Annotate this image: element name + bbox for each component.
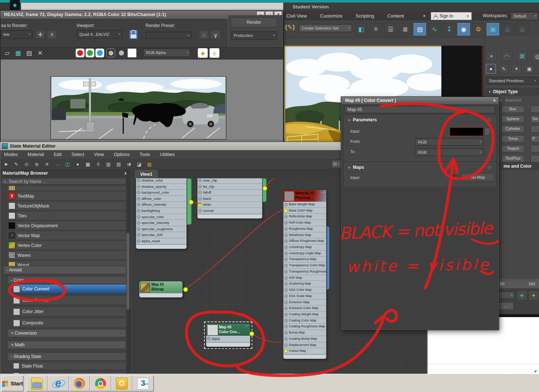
- cameras-icon[interactable]: ▣: [524, 64, 534, 73]
- uber-output-dot[interactable]: [189, 200, 193, 205]
- material-map-slot[interactable]: Anisotropy Angle Map: [283, 251, 326, 257]
- browser-header[interactable]: Material/Map Browser x: [0, 170, 130, 177]
- map-list-item[interactable]: Vertex Color: [8, 241, 126, 250]
- scene-explorer-icon[interactable]: ☰: [384, 23, 397, 35]
- map3-header[interactable]: Map #3 Bitmap: [139, 281, 182, 293]
- primitive-button-clipped[interactable]: [531, 106, 539, 113]
- select-tool-icon[interactable]: ➤: [2, 160, 10, 168]
- material-node-header[interactable]: Material #1 Physical... —: [283, 190, 326, 202]
- white-window-anchor-icon[interactable]: ▫: [509, 370, 510, 373]
- material-map-slot[interactable]: SSS Scale Map: [283, 293, 326, 300]
- lights-icon[interactable]: ✦: [512, 64, 521, 73]
- arnold-group-header[interactable]: - Arnold: [3, 266, 126, 274]
- mono-channel-button[interactable]: [106, 49, 115, 57]
- node-input-slot[interactable]: black: [197, 196, 262, 202]
- arnold-color-item[interactable]: Color Jitter: [12, 307, 126, 317]
- hide-unused-slots-icon[interactable]: ◫: [63, 160, 72, 168]
- timeline-dropdown[interactable]: [497, 291, 515, 299]
- material-map-slot[interactable]: Refl Color Map: [283, 220, 326, 226]
- render-map-icon[interactable]: ▨: [145, 160, 154, 168]
- primitive-button-clipped[interactable]: [531, 155, 539, 162]
- view-navigation-dropdown[interactable]: Vi: [331, 160, 342, 168]
- primitive-button-clipped[interactable]: [531, 145, 539, 152]
- node-input-slot[interactable]: specular_intensity: [136, 220, 186, 226]
- material-map-slot[interactable]: Base Weight Map: [283, 202, 326, 208]
- primitive-button-clipped[interactable]: Ge: [531, 115, 539, 123]
- slate-menu-item[interactable]: Modes: [4, 151, 18, 158]
- primitive-button-clipped[interactable]: P: [531, 135, 539, 142]
- shading-state-group-header[interactable]: - Shading State: [8, 353, 126, 361]
- delete-image-icon[interactable]: ✕: [35, 49, 45, 58]
- area-to-render-dropdown[interactable]: iew: [0, 30, 33, 39]
- node-input-slot[interactable]: shadow_opacity: [136, 184, 186, 190]
- material-map-slot[interactable]: Cutout Map: [283, 348, 326, 354]
- uber-shader-node[interactable]: shadow_colorshadow_opacitybackground_col…: [136, 178, 187, 249]
- viewport-dropdown[interactable]: Quad 4...EALVIZ: [76, 30, 122, 39]
- node-input-slot[interactable]: white: [197, 202, 262, 208]
- map3-thumbnail[interactable]: [140, 283, 150, 292]
- viewport-lock-icon[interactable]: [129, 30, 138, 39]
- slate-menu-item[interactable]: View: [94, 151, 104, 158]
- material-map-slot[interactable]: Scattering Map: [283, 281, 326, 287]
- rollout-grip-icon[interactable]: ⣿⣿: [487, 118, 491, 122]
- material-map-slot[interactable]: SSS Color Map: [283, 287, 326, 293]
- layout-vertical-icon[interactable]: ▥: [104, 160, 113, 168]
- sign-in-dropdown[interactable]: Sign In ▼: [431, 12, 472, 20]
- max-menu-item[interactable]: Scripting: [356, 12, 374, 20]
- map5-color-convert-node[interactable]: Map #5 Color Con... — input: [206, 323, 250, 347]
- keyfilter-icon[interactable]: ✦: [528, 290, 539, 300]
- node-input-slot[interactable]: alpha_mask: [136, 238, 186, 244]
- to-dropdown[interactable]: RGB: [415, 148, 483, 156]
- slate-menu-item[interactable]: Options: [114, 151, 129, 158]
- primitive-category-dropdown[interactable]: Standard Primitives: [486, 77, 538, 85]
- shading-state-item[interactable]: State Float: [12, 362, 126, 370]
- alpha-channel-button[interactable]: [119, 50, 124, 56]
- node-input-slot[interactable]: specular_roughness: [136, 226, 186, 232]
- select-by-material-icon[interactable]: ⇉: [125, 160, 133, 168]
- rendered-image[interactable]: [50, 76, 226, 140]
- tab-view1[interactable]: View1: [135, 170, 158, 178]
- menu-overflow-chevron[interactable]: »: [423, 13, 426, 18]
- clip-node[interactable]: near_clipfar_clipfalloffblackwhitenormal: [197, 178, 263, 219]
- max-menu-item[interactable]: Civil View: [286, 12, 307, 20]
- map-list-item[interactable]: TextureObjMask: [8, 202, 126, 211]
- clip-output-dot[interactable]: [263, 186, 267, 191]
- layout-children-icon[interactable]: ▤: [114, 160, 123, 168]
- node-input-slot[interactable]: backlighting: [136, 208, 186, 214]
- material-map-slot[interactable]: Transparency Color Map: [283, 263, 326, 269]
- dialog-titlebar[interactable]: Map #5 ( Color Convert ) x: [342, 97, 498, 104]
- primitive-button-clipped[interactable]: [531, 125, 539, 133]
- render-production-icon[interactable]: ♨: [501, 23, 514, 35]
- render-iterative-icon[interactable]: ♨: [516, 23, 528, 35]
- input-swatch-side-button[interactable]: [485, 128, 490, 136]
- material-map-slot[interactable]: Transparency Map: [283, 256, 326, 263]
- material-map-slot[interactable]: Coating Bump Map: [283, 336, 326, 342]
- mirror-icon[interactable]: ◧: [355, 23, 368, 35]
- slate-menu-item[interactable]: Edit: [54, 151, 62, 158]
- node-input-slot[interactable]: falloff: [197, 190, 262, 196]
- material-map-slot[interactable]: Coating Weight Map: [283, 312, 326, 318]
- arnold-color-item[interactable]: Color Correct: [12, 296, 126, 305]
- node-input-slot[interactable]: shadow_color: [136, 178, 186, 184]
- material-id-channel-icon[interactable]: 0: [94, 160, 102, 168]
- maxscript-icon[interactable]: {✎}: [285, 23, 295, 31]
- motion-tab-icon[interactable]: ◎: [532, 51, 539, 61]
- material-preview-icon[interactable]: ◪: [135, 160, 143, 168]
- primitive-button[interactable]: TextPlus: [501, 155, 524, 162]
- no-map-button[interactable]: No Map: [461, 173, 495, 181]
- pick-material-eyedropper-icon[interactable]: ✎: [12, 160, 20, 168]
- material-map-slot[interactable]: IOR Map: [283, 275, 326, 281]
- move-children-icon[interactable]: →: [53, 160, 61, 168]
- clone-icon[interactable]: ▱: [3, 49, 12, 58]
- parameters-header[interactable]: Parameters: [353, 117, 377, 122]
- channel-display-dropdown[interactable]: RGB Alpha: [143, 49, 191, 57]
- node-input-slot[interactable]: specular_IOR: [136, 232, 186, 238]
- map-name-field[interactable]: Map #5: [344, 106, 495, 113]
- assign-to-selection-icon[interactable]: ⊙: [22, 160, 31, 168]
- browser-scrollbar[interactable]: [126, 170, 130, 374]
- maps-input-checkbox[interactable]: ✓: [449, 175, 454, 179]
- render-button[interactable]: Render: [231, 18, 277, 27]
- material-map-slot[interactable]: Roughness Map: [283, 226, 326, 232]
- layer-explorer-icon[interactable]: ≣: [399, 23, 411, 35]
- primitive-button[interactable]: Cylinder: [501, 125, 524, 133]
